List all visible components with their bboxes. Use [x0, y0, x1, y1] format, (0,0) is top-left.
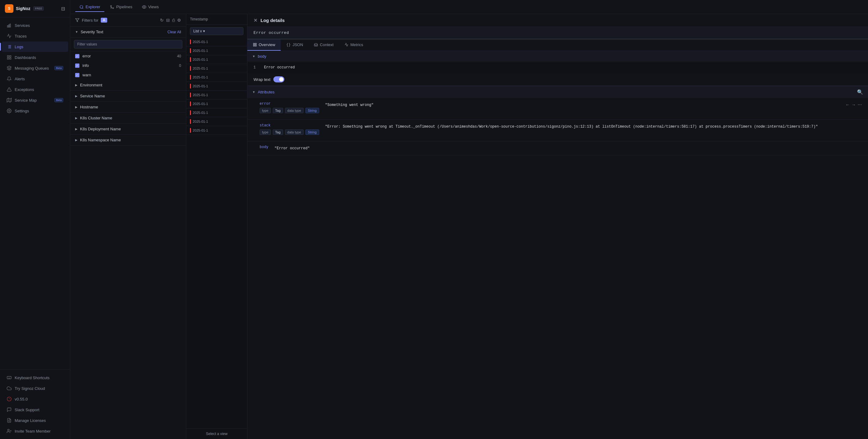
log-entry[interactable]: 2025-01-1: [186, 108, 247, 117]
log-timestamp: 2025-01-1: [193, 49, 208, 53]
stack-attr-value-container: "Error: Something went wrong at Timeout.…: [325, 123, 862, 130]
log-entry[interactable]: 2025-01-1: [186, 37, 247, 46]
hostname-header[interactable]: ▶ Hostname: [70, 102, 186, 112]
error-checkbox[interactable]: ✓: [75, 54, 80, 58]
body-section-header[interactable]: ▼ body: [247, 51, 868, 62]
svg-point-38: [144, 6, 145, 8]
detail-tab-metrics[interactable]: Metrics: [339, 39, 369, 51]
info-count: 0: [179, 63, 181, 68]
log-entry[interactable]: 2025-01-1: [186, 55, 247, 64]
severity-section-header[interactable]: ▼ Severity Text Clear All: [70, 27, 186, 37]
sidebar-item-services[interactable]: Services: [2, 20, 68, 31]
close-detail-button[interactable]: ✕: [253, 18, 257, 23]
sidebar-item-manage-licenses-label: Manage Licenses: [15, 418, 46, 423]
svg-point-37: [111, 5, 112, 6]
sidebar-item-invite-team-member[interactable]: Invite Team Member: [2, 426, 68, 436]
severity-section: ▼ Severity Text Clear All ✓ error 40 ✓ i…: [70, 27, 186, 80]
log-entry[interactable]: 2025-01-1: [186, 82, 247, 91]
info-checkbox[interactable]: ✓: [75, 63, 80, 68]
attribute-item-error: error type Tag data type String "Somethi…: [247, 98, 868, 120]
select-view[interactable]: Select a view: [186, 428, 247, 439]
attributes-section-header[interactable]: ▼ Attributes 🔍: [247, 86, 868, 98]
log-severity-bar: [190, 128, 191, 133]
sidebar-item-alerts[interactable]: Alerts: [2, 73, 68, 84]
service-name-header[interactable]: ▶ Service Name: [70, 91, 186, 101]
detail-tab-json[interactable]: {} JSON: [281, 39, 308, 51]
log-detail-panel: ✕ Log details Error occurred Overview {}…: [247, 14, 868, 439]
k8s-namespace-header[interactable]: ▶ K8s Namespace Name: [70, 135, 186, 145]
log-entry[interactable]: 2025-01-1: [186, 99, 247, 108]
filter-item-info[interactable]: ✓ info 0: [70, 61, 186, 70]
error-attr-copy-right-icon[interactable]: →: [851, 102, 856, 107]
log-entry[interactable]: 2025-01-1: [186, 46, 247, 55]
clear-all-button[interactable]: Clear All: [167, 30, 181, 34]
log-entry[interactable]: 2025-01-1: [186, 91, 247, 99]
error-attr-more-icon[interactable]: ⋯: [858, 102, 862, 107]
service-name-chevron-right-icon: ▶: [75, 94, 78, 98]
log-severity-bar: [190, 39, 191, 44]
sidebar-item-version[interactable]: v0.55.0: [2, 394, 68, 404]
log-list-panel: Timestamp List v ▾ 2025-01-1 2025-01-1 2…: [186, 14, 247, 439]
log-timestamp: 2025-01-1: [193, 75, 208, 79]
attributes-search-icon[interactable]: 🔍: [857, 89, 863, 95]
filters-header: Filters for A ↻ ⊟ ⎙ ⚙: [70, 14, 186, 27]
log-entry[interactable]: 2025-01-1: [186, 126, 247, 135]
log-severity-bar: [190, 75, 191, 80]
filter-item-error[interactable]: ✓ error 40: [70, 51, 186, 61]
tab-pipelines[interactable]: Pipelines: [106, 2, 136, 11]
sidebar-item-manage-licenses[interactable]: Manage Licenses: [2, 415, 68, 426]
log-entry[interactable]: 2025-01-1: [186, 73, 247, 82]
warn-label: warn: [83, 73, 91, 77]
error-attr-value: "Something went wrong": [325, 103, 374, 107]
hostname-title: Hostname: [80, 105, 98, 109]
warn-checkbox[interactable]: ✓: [75, 73, 80, 77]
overview-icon: [253, 43, 257, 47]
message-circle-icon: [7, 407, 11, 412]
error-type-value: Tag: [273, 108, 283, 113]
sidebar-item-keyboard-shortcuts[interactable]: Keyboard Shortcuts: [2, 372, 68, 383]
list-view-button[interactable]: List v ▾: [190, 27, 243, 35]
sidebar-item-service-map[interactable]: Service Map Beta: [2, 95, 68, 105]
error-attr-row: error type Tag data type String "Somethi…: [259, 102, 862, 116]
error-attr-copy-left-icon[interactable]: ←: [845, 102, 850, 107]
config-button[interactable]: ⚙: [177, 18, 181, 23]
sidebar-item-exceptions-label: Exceptions: [15, 87, 34, 92]
sidebar-item-messaging-queues[interactable]: Messaging Queues Beta: [2, 63, 68, 73]
log-severity-bar: [190, 84, 191, 89]
k8s-cluster-header[interactable]: ▶ K8s Cluster Name: [70, 113, 186, 123]
refresh-button[interactable]: ↻: [160, 18, 164, 23]
sidebar-item-dashboards[interactable]: Dashboards: [2, 52, 68, 63]
detail-tab-context[interactable]: Context: [308, 39, 339, 51]
sidebar-item-slack-support[interactable]: Slack Support: [2, 405, 68, 415]
sidebar-toggle-button[interactable]: ⊟: [61, 6, 65, 11]
collapse-button[interactable]: ⊟: [166, 18, 170, 23]
body-attr-value-container: "Error occurred": [275, 145, 862, 151]
tab-views[interactable]: Views: [138, 2, 163, 11]
k8s-deployment-header[interactable]: ▶ K8s Deployment Name: [70, 124, 186, 134]
sidebar-item-exceptions[interactable]: Exceptions: [2, 84, 68, 95]
stack-type-label: type: [259, 129, 271, 135]
sidebar-item-services-label: Services: [15, 23, 30, 28]
sidebar-item-traces[interactable]: Traces: [2, 31, 68, 41]
environment-title: Environment: [80, 83, 102, 87]
filter-item-warn[interactable]: ✓ warn: [70, 70, 186, 80]
detail-tab-overview[interactable]: Overview: [247, 39, 281, 51]
sidebar-item-try-signoz-cloud[interactable]: Try Signoz Cloud: [2, 383, 68, 394]
log-entry[interactable]: 2025-01-1: [186, 64, 247, 73]
tab-explorer[interactable]: Explorer: [75, 2, 104, 11]
log-entry[interactable]: 2025-01-1: [186, 117, 247, 126]
line-number: 1: [253, 65, 256, 70]
sidebar-item-settings[interactable]: Settings: [2, 106, 68, 116]
environment-header[interactable]: ▶ Environment: [70, 80, 186, 90]
wrap-text-toggle[interactable]: [273, 76, 284, 83]
sidebar-item-logs[interactable]: Logs: [2, 41, 68, 52]
stack-attr-row: stack type Tag data type String "Error: …: [259, 123, 862, 137]
save-button[interactable]: ⎙: [172, 18, 175, 23]
severity-filter-input[interactable]: [74, 40, 182, 49]
sidebar-item-messaging-queues-label: Messaging Queues: [15, 66, 49, 70]
error-occurred-heading: Error occurred: [247, 27, 868, 39]
log-timestamp: 2025-01-1: [193, 128, 208, 132]
sidebar-item-service-map-label: Service Map: [15, 98, 37, 102]
stack-attr-value: "Error: Something went wrong at Timeout.…: [325, 125, 818, 129]
detail-tab-overview-label: Overview: [259, 42, 275, 47]
